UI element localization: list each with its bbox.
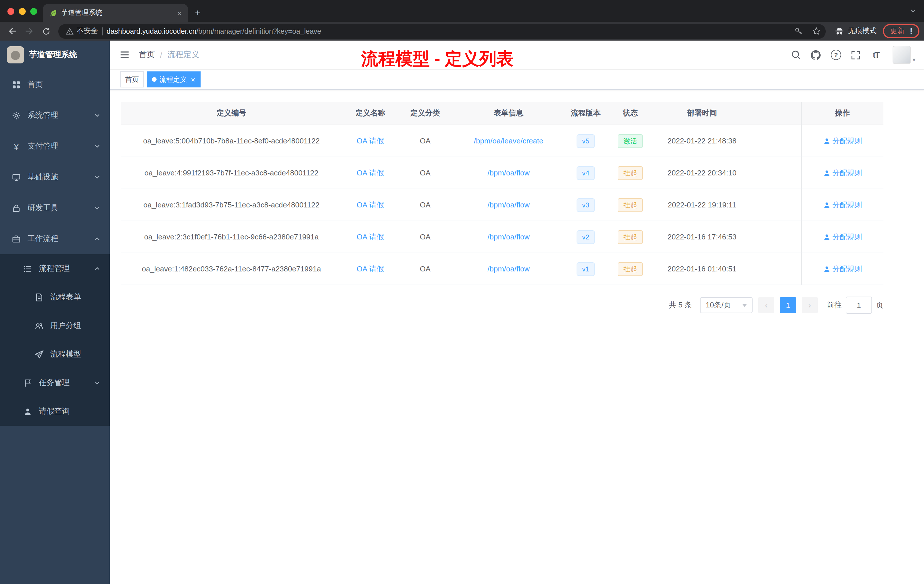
browser-tab[interactable]: 芋道管理系统 × — [43, 4, 188, 22]
definition-name-link[interactable]: OA 请假 — [356, 232, 384, 242]
sidebar-item-label: 用户分组 — [50, 320, 81, 331]
window-zoom-button[interactable] — [30, 8, 37, 15]
assign-rule-link[interactable]: 分配规则 — [823, 200, 862, 210]
version-badge: v2 — [576, 230, 595, 244]
chevron-down-icon — [94, 174, 101, 181]
assign-rule-label: 分配规则 — [832, 136, 862, 146]
users-icon — [34, 321, 44, 331]
tab-close-icon[interactable]: × — [175, 8, 183, 17]
url-divider — [102, 27, 102, 35]
briefcase-icon — [12, 234, 21, 244]
font-size-icon[interactable]: tT — [870, 49, 882, 61]
search-icon[interactable] — [790, 49, 802, 61]
page-size-select[interactable]: 10条/页 — [700, 297, 752, 313]
back-button[interactable] — [5, 24, 20, 39]
definition-name-link[interactable]: OA 请假 — [356, 264, 384, 274]
tag-home[interactable]: 首页 — [120, 71, 144, 87]
cell-version: v1 — [566, 253, 606, 285]
definition-name-link[interactable]: OA 请假 — [356, 168, 384, 178]
form-link[interactable]: /bpm/oa/leave/create — [474, 137, 543, 145]
column-header: 流程版本 — [566, 102, 606, 125]
form-link[interactable]: /bpm/oa/flow — [487, 265, 530, 273]
window-controls — [7, 8, 37, 15]
caret-down-icon: ▾ — [912, 57, 916, 63]
sidebar-item-user-group[interactable]: 用户分组 — [0, 312, 110, 340]
incognito-label: 无痕模式 — [848, 26, 876, 36]
form-link[interactable]: /bpm/oa/flow — [487, 233, 530, 241]
sidebar-item-leave-query[interactable]: 请假查询 — [0, 397, 110, 426]
page-1-button[interactable]: 1 — [780, 297, 796, 313]
cell-form-info: /bpm/oa/flow — [451, 189, 566, 221]
prev-page-button[interactable]: ‹ — [758, 297, 774, 313]
cell-version: v2 — [566, 221, 606, 252]
forward-button[interactable] — [22, 24, 36, 39]
new-tab-button[interactable]: + — [195, 8, 201, 18]
chevron-down-icon — [94, 379, 101, 386]
help-icon[interactable]: ? — [830, 49, 842, 61]
definition-name-link[interactable]: OA 请假 — [356, 200, 384, 210]
bookmark-star-icon[interactable] — [809, 24, 823, 38]
table-row: oa_leave:3:1fad3d93-7b75-11ec-a3c8-acde4… — [121, 189, 883, 221]
sidebar-item-system[interactable]: 系统管理 — [0, 100, 110, 131]
sidebar-toggle-icon[interactable] — [118, 49, 131, 61]
sidebar-item-home[interactable]: 首页 — [0, 69, 110, 100]
sidebar-item-process-model[interactable]: 流程模型 — [0, 340, 110, 369]
sidebar-item-process-form[interactable]: 流程表单 — [0, 283, 110, 312]
table-row: oa_leave:2:3c1f0ef1-76b1-11ec-9c66-a2380… — [121, 221, 883, 253]
breadcrumb-home[interactable]: 首页 — [139, 50, 155, 60]
sidebar-item-devtools[interactable]: 研发工具 — [0, 193, 110, 223]
sidebar-item-process-management[interactable]: 流程管理 — [0, 254, 110, 283]
assign-rule-link[interactable]: 分配规则 — [823, 232, 862, 242]
user-avatar[interactable] — [893, 46, 911, 64]
form-link[interactable]: /bpm/oa/flow — [487, 201, 530, 209]
goto-page-input[interactable] — [846, 297, 872, 314]
sidebar-item-workflow[interactable]: 工作流程 — [0, 223, 110, 254]
reload-button[interactable] — [39, 24, 54, 39]
cell-deploy-time: 2022-01-22 21:48:38 — [655, 125, 749, 157]
app-window: 芋道管理系统 首页 系统管理 ¥ 支付管理 — [0, 41, 924, 584]
column-header: 部署时间 — [655, 102, 749, 125]
user-menu[interactable]: ▾ — [893, 46, 916, 64]
github-icon[interactable] — [810, 49, 822, 61]
security-warning[interactable]: 不安全 — [66, 26, 98, 36]
chevron-down-icon — [94, 143, 101, 150]
address-bar[interactable]: 不安全 dashboard.yudao.iocoder.cn/bpm/manag… — [58, 24, 826, 39]
tab-search-chevron-icon[interactable] — [910, 7, 917, 14]
url-text[interactable]: dashboard.yudao.iocoder.cn/bpm/manager/d… — [107, 27, 787, 35]
browser-menu-icon[interactable]: ⋮ — [908, 27, 915, 35]
version-badge: v1 — [576, 262, 595, 276]
cell-form-info: /bpm/oa/flow — [451, 253, 566, 285]
form-link[interactable]: /bpm/oa/flow — [487, 168, 530, 177]
tree-list-icon — [23, 264, 33, 274]
next-page-button[interactable]: › — [802, 297, 818, 313]
warning-triangle-icon — [66, 27, 74, 35]
cell-definition-id: oa_leave:4:991f2193-7b7f-11ec-a3c8-acde4… — [121, 157, 342, 188]
main-panel: 定义编号 定义名称 定义分类 表单信息 流程版本 状态 部署时间 操作 oa_l… — [110, 90, 924, 584]
definition-name-link[interactable]: OA 请假 — [356, 136, 384, 146]
fullscreen-icon[interactable] — [850, 49, 862, 61]
cell-definition-name: OA 请假 — [342, 189, 399, 221]
sidebar-item-task-management[interactable]: 任务管理 — [0, 369, 110, 397]
cell-deploy-time: 2022-01-22 20:34:10 — [655, 157, 749, 188]
question-glyph: ? — [831, 50, 841, 60]
tag-process-definition[interactable]: 流程定义 × — [147, 71, 200, 87]
sidebar-item-infra[interactable]: 基础设施 — [0, 162, 110, 193]
assign-rule-link[interactable]: 分配规则 — [823, 168, 862, 178]
status-badge: 激活 — [618, 134, 643, 148]
password-key-icon[interactable] — [792, 24, 805, 38]
window-close-button[interactable] — [7, 8, 14, 15]
sidebar-item-payment[interactable]: ¥ 支付管理 — [0, 131, 110, 162]
sidebar-item-label: 工作流程 — [27, 234, 58, 244]
sidebar: 芋道管理系统 首页 系统管理 ¥ 支付管理 — [0, 41, 110, 584]
tag-close-icon[interactable]: × — [191, 76, 195, 83]
assign-rule-link[interactable]: 分配规则 — [823, 264, 862, 274]
update-button[interactable]: 更新 ⋮ — [883, 24, 919, 38]
incognito-indicator: 无痕模式 — [830, 26, 881, 36]
window-minimize-button[interactable] — [19, 8, 26, 15]
cell-operation: 分配规则 — [801, 157, 883, 188]
assign-rule-link[interactable]: 分配规则 — [823, 136, 862, 146]
navbar-actions: ? tT ▾ — [790, 46, 916, 64]
chevron-down-icon — [742, 304, 747, 307]
cell-definition-id: oa_leave:5:004b710b-7b8a-11ec-8ef0-acde4… — [121, 125, 342, 157]
table-row: oa_leave:5:004b710b-7b8a-11ec-8ef0-acde4… — [121, 125, 883, 157]
